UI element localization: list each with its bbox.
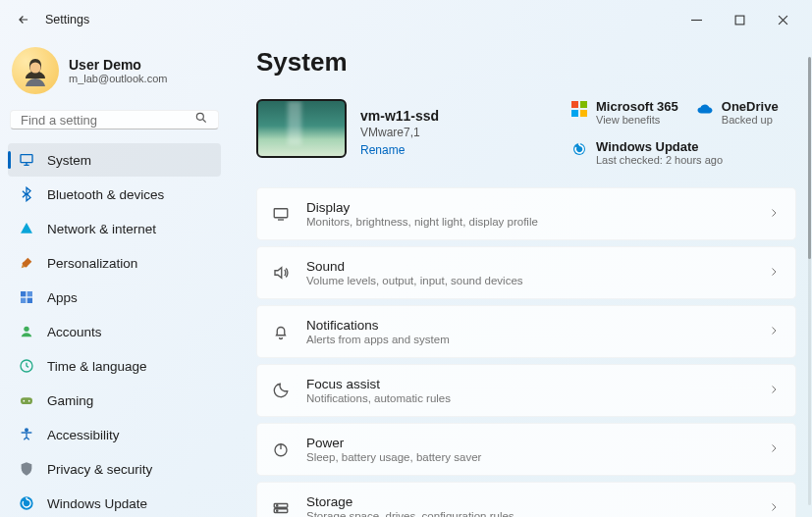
svg-point-11 — [23, 400, 25, 402]
settings-cards-list: DisplayMonitors, brightness, night light… — [256, 187, 796, 517]
status-m365[interactable]: Microsoft 365 View benefits — [570, 99, 678, 126]
settings-card-power[interactable]: PowerSleep, battery usage, battery saver — [256, 423, 796, 476]
settings-card-storage[interactable]: StorageStorage space, drives, configurat… — [256, 482, 796, 517]
accounts-icon — [18, 324, 35, 339]
svg-rect-6 — [21, 298, 26, 303]
search-input-container[interactable] — [10, 110, 219, 129]
window-maximize-button[interactable] — [718, 4, 761, 35]
card-title: Notifications — [306, 318, 450, 333]
update-icon — [570, 140, 588, 158]
notifications-icon — [271, 323, 291, 340]
svg-rect-16 — [580, 101, 587, 108]
status-windows-update[interactable]: Windows Update Last checked: 2 hours ago — [570, 139, 796, 166]
svg-rect-4 — [21, 291, 26, 296]
status-onedrive-heading: OneDrive — [722, 99, 779, 114]
sidebar-item-label: Privacy & security — [47, 462, 152, 477]
sidebar-item-accessibility[interactable]: Accessibility — [8, 418, 221, 451]
chevron-right-icon — [768, 264, 780, 282]
power-icon — [271, 440, 291, 458]
window-title: Settings — [45, 13, 89, 26]
sidebar-item-system[interactable]: System — [8, 143, 221, 177]
sidebar-item-label: Windows Update — [47, 496, 147, 511]
svg-rect-18 — [580, 110, 587, 117]
focus-icon — [271, 382, 291, 399]
status-onedrive[interactable]: OneDrive Backed up — [696, 99, 779, 126]
device-summary-row: vm-w11-ssd VMware7,1 Rename Microsoft 36… — [256, 99, 796, 166]
settings-card-notifications[interactable]: NotificationsAlerts from apps and system — [256, 305, 796, 358]
sidebar-item-label: Accessibility — [47, 428, 120, 442]
sidebar-item-time[interactable]: Time & language — [8, 349, 221, 383]
sidebar-item-network[interactable]: Network & internet — [8, 212, 221, 245]
display-icon — [271, 205, 291, 223]
svg-rect-15 — [571, 101, 578, 108]
settings-card-focus[interactable]: Focus assistNotifications, automatic rul… — [256, 364, 796, 417]
status-update-heading: Windows Update — [596, 139, 723, 154]
personalization-icon — [18, 255, 35, 271]
sidebar-item-accounts[interactable]: Accounts — [8, 315, 221, 348]
user-email: m_lab@outlook.com — [69, 73, 167, 84]
device-name: vm-w11-ssd — [360, 108, 439, 124]
back-button[interactable] — [8, 13, 39, 26]
card-title: Power — [306, 436, 481, 450]
sidebar-item-apps[interactable]: Apps — [8, 281, 221, 314]
svg-point-13 — [26, 429, 28, 432]
status-m365-heading: Microsoft 365 — [596, 99, 678, 114]
sidebar-item-update[interactable]: Windows Update — [8, 487, 221, 517]
sidebar-item-privacy[interactable]: Privacy & security — [8, 452, 221, 486]
card-subtitle: Alerts from apps and system — [306, 334, 450, 345]
svg-rect-20 — [274, 209, 288, 218]
time-icon — [18, 358, 35, 374]
sidebar: User Demo m_lab@outlook.com SystemBlueto… — [0, 39, 229, 517]
sidebar-item-label: Accounts — [47, 325, 102, 339]
user-name: User Demo — [69, 57, 167, 73]
gaming-icon — [18, 392, 35, 408]
main-content: System vm-w11-ssd VMware7,1 Rename Micro… — [229, 39, 812, 517]
sidebar-item-label: Apps — [47, 290, 78, 305]
card-subtitle: Volume levels, output, input, sound devi… — [306, 275, 523, 286]
page-title: System — [256, 47, 796, 78]
apps-icon — [18, 289, 35, 305]
window-minimize-button[interactable] — [675, 4, 718, 35]
bluetooth-icon — [18, 186, 35, 202]
status-update-sub: Last checked: 2 hours ago — [596, 154, 723, 166]
card-title: Sound — [306, 259, 523, 274]
svg-point-24 — [277, 505, 278, 506]
card-title: Storage — [306, 494, 514, 509]
svg-point-2 — [196, 113, 203, 120]
avatar — [12, 47, 59, 94]
m365-icon — [570, 100, 588, 118]
sidebar-nav: SystemBluetooth & devicesNetwork & inter… — [8, 143, 221, 517]
search-input[interactable] — [21, 113, 194, 128]
sidebar-item-label: Bluetooth & devices — [47, 187, 164, 202]
sidebar-item-bluetooth[interactable]: Bluetooth & devices — [8, 178, 221, 211]
chevron-right-icon — [768, 382, 780, 399]
sidebar-item-label: System — [47, 153, 91, 168]
chevron-right-icon — [768, 440, 780, 458]
svg-rect-7 — [27, 298, 32, 303]
update-icon — [18, 495, 35, 511]
network-icon — [18, 221, 35, 236]
status-onedrive-sub: Backed up — [722, 114, 779, 126]
sidebar-item-personalization[interactable]: Personalization — [8, 246, 221, 280]
scrollbar[interactable] — [808, 57, 811, 505]
user-account-row[interactable]: User Demo m_lab@outlook.com — [8, 39, 221, 110]
svg-rect-3 — [21, 155, 32, 163]
sidebar-item-label: Time & language — [47, 359, 147, 374]
svg-point-25 — [277, 510, 278, 511]
svg-point-12 — [28, 400, 30, 402]
chevron-right-icon — [768, 323, 780, 340]
sidebar-item-gaming[interactable]: Gaming — [8, 384, 221, 417]
onedrive-icon — [696, 100, 714, 118]
device-rename-link[interactable]: Rename — [360, 143, 439, 157]
svg-rect-0 — [735, 16, 744, 25]
accessibility-icon — [18, 427, 35, 442]
svg-point-8 — [24, 327, 28, 332]
window-close-button[interactable] — [761, 4, 804, 35]
card-subtitle: Notifications, automatic rules — [306, 392, 451, 404]
system-icon — [18, 152, 35, 168]
sidebar-item-label: Gaming — [47, 393, 93, 408]
card-subtitle: Monitors, brightness, night light, displ… — [306, 216, 538, 228]
settings-card-sound[interactable]: SoundVolume levels, output, input, sound… — [256, 246, 796, 299]
settings-card-display[interactable]: DisplayMonitors, brightness, night light… — [256, 187, 796, 240]
device-thumbnail[interactable] — [256, 99, 347, 158]
